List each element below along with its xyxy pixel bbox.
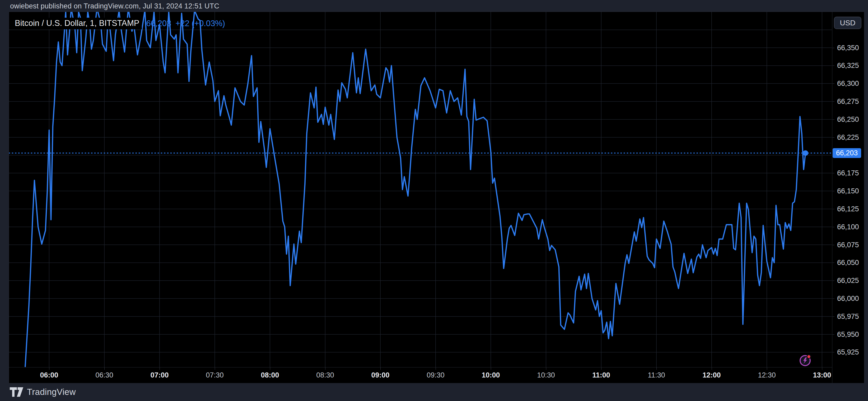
notification-dot [807, 355, 811, 359]
time-axis-tick [712, 367, 712, 370]
price-axis-label: 66,225 [837, 133, 859, 141]
price-axis-label: 66,250 [837, 116, 859, 123]
time-axis-tick [325, 367, 326, 370]
price-axis-tick [832, 191, 834, 191]
price-axis-label: 66,300 [837, 80, 859, 87]
time-axis-label: 13:00 [813, 371, 831, 379]
publisher-bar: owiebest published on TradingView.com, J… [0, 0, 868, 11]
price-axis-tick [832, 209, 834, 209]
price-line-path [25, 12, 805, 367]
price-axis-label: 66,100 [837, 223, 859, 231]
price-axis-label: 66,275 [837, 97, 859, 105]
time-axis-label: 07:30 [206, 371, 224, 379]
time-axis-label: 10:00 [482, 371, 500, 379]
time-axis-label: 08:00 [261, 371, 279, 379]
price-axis-label: 66,000 [837, 295, 859, 303]
time-axis-label: 07:00 [150, 371, 168, 379]
price-axis-tick [832, 119, 834, 120]
chart-legend: Bitcoin / U.S. Dollar, 1, BITSTAMP 66,20… [12, 18, 225, 29]
price-axis-tick [832, 263, 834, 263]
price-axis-label: 66,125 [837, 205, 859, 213]
flash-alert-button[interactable] [798, 353, 812, 367]
tradingview-logo-icon[interactable] [10, 387, 24, 397]
price-axis-label: 66,025 [837, 277, 859, 284]
time-axis-tick [601, 367, 601, 370]
time-axis-tick [159, 367, 160, 370]
time-axis-label: 09:00 [371, 371, 390, 379]
time-axis-label: 11:30 [648, 371, 665, 379]
legend-last-price: 66,203 [146, 19, 171, 28]
time-axis-label: 10:30 [537, 371, 555, 379]
chart-frame: Bitcoin / U.S. Dollar, 1, BITSTAMP 66,20… [9, 11, 864, 383]
price-axis-tick [832, 316, 834, 317]
time-axis-label: 09:30 [427, 371, 444, 379]
price-axis-tick [832, 334, 834, 335]
publisher-note: owiebest published on TradingView.com, J… [10, 0, 219, 12]
price-axis-label: 66,325 [837, 62, 859, 69]
tradingview-brand[interactable]: TradingView [27, 387, 76, 397]
price-axis-label: 66,150 [837, 187, 859, 195]
price-axis-label: 65,950 [837, 331, 859, 338]
time-axis-label: 12:30 [758, 371, 776, 379]
price-axis-tick [832, 299, 834, 299]
symbol-title[interactable]: Bitcoin / U.S. Dollar, 1, BITSTAMP [12, 18, 142, 29]
time-axis-tick [49, 367, 50, 370]
time-axis-tick [656, 367, 657, 370]
time-axis-label: 08:30 [316, 371, 334, 379]
legend-change: +22 (+0.03%) [176, 19, 225, 28]
plot-area[interactable]: Bitcoin / U.S. Dollar, 1, BITSTAMP 66,20… [9, 12, 832, 367]
time-axis-label: 06:00 [40, 371, 58, 379]
last-price-badge: 66,203 [833, 148, 861, 158]
time-axis[interactable]: 06:0006:3007:0007:3008:0008:3009:0009:30… [9, 367, 832, 383]
price-axis-tick [832, 65, 834, 66]
price-axis-label: 66,350 [837, 44, 859, 52]
footer-bar: TradingView [0, 383, 868, 401]
price-axis-tick [832, 227, 834, 227]
last-price-dot [803, 150, 808, 156]
price-axis-tick [832, 173, 834, 173]
price-axis-label: 65,975 [837, 312, 859, 320]
time-axis-tick [546, 367, 546, 370]
price-axis-tick [832, 84, 834, 84]
time-axis-tick [270, 367, 270, 370]
price-axis-tick [832, 352, 834, 352]
price-axis-label: 65,925 [837, 348, 859, 356]
price-axis-tick [832, 101, 834, 102]
price-axis-label: 66,175 [837, 169, 859, 177]
time-axis-tick [767, 367, 767, 370]
price-line-chart [9, 12, 832, 367]
currency-button[interactable]: USD [834, 17, 861, 29]
time-axis-tick [215, 367, 215, 370]
price-axis-label: 66,075 [837, 241, 859, 249]
price-axis[interactable]: USD 66,35066,32566,30066,27566,25066,225… [832, 12, 864, 383]
lightning-icon [798, 353, 812, 367]
price-axis-label: 66,050 [837, 258, 859, 267]
time-axis-label: 11:00 [592, 371, 610, 379]
time-axis-tick [380, 367, 381, 370]
time-axis-label: 06:30 [95, 371, 113, 379]
time-axis-label: 12:00 [702, 371, 721, 379]
price-axis-tick [832, 48, 834, 48]
